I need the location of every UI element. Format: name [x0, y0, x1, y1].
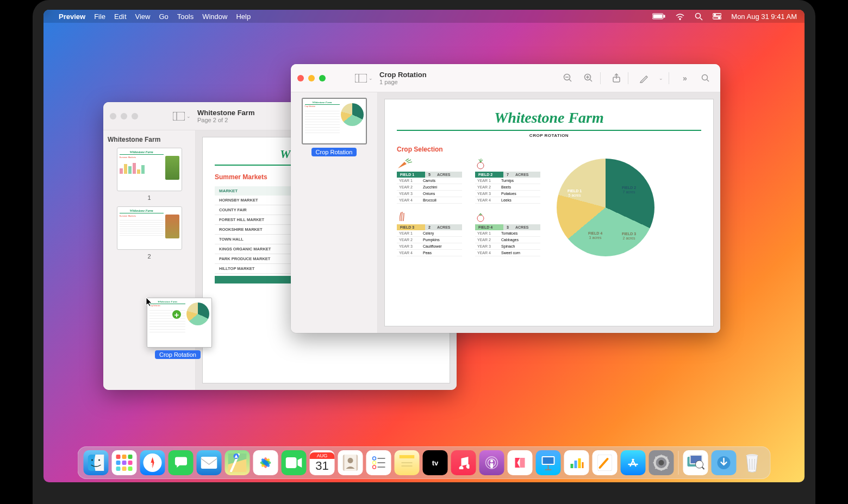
dock-appstore[interactable] [621, 450, 646, 475]
svg-rect-39 [286, 457, 297, 468]
battery-icon[interactable] [652, 13, 665, 20]
page-front: Whitestone Farm CROP ROTATION Crop Selec… [384, 99, 714, 326]
dock-trash[interactable] [740, 450, 765, 475]
wifi-icon[interactable] [675, 13, 685, 20]
zoom-out-button[interactable] [560, 70, 576, 86]
svg-line-24 [707, 79, 709, 81]
dock-settings[interactable] [649, 450, 674, 475]
dock-pages[interactable] [593, 450, 618, 475]
doc-title: Whitestone Farm [397, 109, 701, 127]
zoom-button-inactive[interactable] [132, 113, 138, 119]
dock-tv[interactable]: tv [423, 450, 448, 475]
celery-icon [397, 211, 408, 222]
dock-podcasts[interactable] [479, 450, 504, 475]
svg-point-42 [348, 458, 353, 463]
svg-rect-33 [201, 457, 217, 469]
sidebar-toggle-back[interactable]: ⌄ [173, 112, 191, 121]
beet-icon [475, 159, 488, 169]
svg-rect-12 [355, 74, 367, 83]
menubar-help[interactable]: Help [236, 12, 251, 21]
dock-facetime[interactable] [282, 450, 307, 475]
svg-point-29 [98, 459, 100, 461]
search-button[interactable] [697, 70, 714, 86]
thumb-label-crop: Crop Rotation [311, 148, 357, 156]
dock-keynote[interactable] [536, 450, 561, 475]
dock-music[interactable] [451, 450, 476, 475]
menubar-tools[interactable]: Tools [177, 12, 194, 21]
pie-chart: FIELD 15 acres FIELD 27 acres FIELD 32 a… [557, 159, 654, 256]
svg-point-9 [719, 17, 720, 18]
zoom-in-button[interactable] [581, 70, 597, 86]
dock-finder[interactable] [84, 450, 109, 475]
menubar: Preview File Edit View Go Tools Window H… [43, 10, 805, 23]
dock-separator [678, 451, 679, 475]
dock-news[interactable] [508, 450, 533, 475]
svg-rect-59 [571, 464, 573, 468]
dock-reminders[interactable] [366, 450, 391, 475]
svg-point-54 [490, 460, 493, 463]
svg-line-5 [700, 18, 702, 20]
svg-line-18 [590, 79, 592, 81]
dock-preview[interactable] [683, 450, 708, 475]
dock-notes[interactable] [395, 450, 420, 475]
traffic-lights-back[interactable] [110, 113, 138, 119]
window-title-back: Whitestone Farm [197, 109, 254, 117]
markup-dropdown[interactable]: ⌄ [657, 70, 665, 86]
drag-thumbnail[interactable]: Whitestone FarmCrop Selection + Crop Rot… [147, 298, 212, 348]
menubar-clock[interactable]: Mon Aug 31 9:41 AM [731, 12, 797, 21]
sidebar-toggle-front[interactable]: ⌄ [355, 74, 373, 83]
svg-rect-62 [582, 462, 584, 468]
preview-window-crop-rotation: ⌄ Crop Rotation 1 page ⌄ » Whitestone Fa… [291, 64, 720, 333]
page-area-front[interactable]: Whitestone Farm CROP ROTATION Crop Selec… [378, 92, 720, 333]
share-button[interactable] [608, 70, 625, 86]
field-4-table: FIELD 43ACRES YEAR 1Tomatoes YEAR 2Cabba… [475, 211, 540, 256]
title-block-front: Crop Rotation 1 page [379, 71, 427, 85]
dock-safari[interactable] [140, 450, 165, 475]
sidebar-front: Whitestone FarmCrop Selection Crop Rotat… [291, 92, 378, 333]
dock-mail[interactable] [197, 450, 222, 475]
close-button[interactable] [297, 75, 304, 81]
menubar-app[interactable]: Preview [59, 12, 85, 21]
dock-contacts[interactable] [338, 450, 363, 475]
minimize-button-inactive[interactable] [121, 113, 127, 119]
minimize-button[interactable] [308, 75, 315, 81]
control-center-icon[interactable] [713, 13, 721, 20]
tomato-icon [475, 211, 486, 222]
thumb-label-1: 1 [108, 194, 191, 201]
svg-marker-32 [151, 463, 153, 468]
zoom-button[interactable] [319, 75, 326, 81]
titlebar-front[interactable]: ⌄ Crop Rotation 1 page ⌄ » [291, 64, 720, 92]
menubar-window[interactable]: Window [202, 12, 227, 21]
svg-point-4 [696, 13, 701, 18]
traffic-lights-front[interactable] [297, 75, 326, 81]
svg-point-45 [373, 461, 376, 464]
menubar-view[interactable]: View [135, 12, 151, 21]
svg-point-26 [477, 215, 484, 222]
svg-marker-31 [153, 457, 154, 463]
svg-rect-60 [575, 461, 577, 468]
plus-badge-icon: + [171, 309, 182, 320]
close-button-inactive[interactable] [110, 113, 116, 119]
svg-point-43 [373, 457, 376, 460]
markup-button[interactable] [636, 70, 652, 86]
svg-point-65 [659, 460, 664, 465]
dock-downloads[interactable] [712, 450, 737, 475]
dock-numbers[interactable] [564, 450, 589, 475]
thumb-page-2[interactable]: Whitestone FarmSummer Markets [117, 206, 182, 250]
menubar-go[interactable]: Go [159, 12, 168, 21]
thumb-crop-rotation[interactable]: Whitestone FarmCrop Selection [302, 98, 367, 144]
dock-maps[interactable] [225, 450, 250, 475]
dock-launchpad[interactable] [112, 450, 137, 475]
dock-calendar[interactable]: AUG31 [310, 450, 335, 475]
dock-messages[interactable] [169, 450, 194, 475]
dock-photos[interactable] [253, 450, 278, 475]
field-2-table: FIELD 27ACRES YEAR 1Turnips YEAR 2Beets … [475, 159, 540, 204]
spotlight-icon[interactable] [695, 12, 703, 21]
overflow-button[interactable]: » [677, 70, 693, 86]
svg-rect-61 [578, 458, 581, 468]
thumb-page-1[interactable]: Whitestone FarmSummer Markets [117, 148, 182, 191]
menubar-edit[interactable]: Edit [114, 12, 126, 21]
svg-point-77 [696, 461, 703, 468]
menubar-file[interactable]: File [94, 12, 105, 21]
svg-point-47 [373, 465, 376, 469]
